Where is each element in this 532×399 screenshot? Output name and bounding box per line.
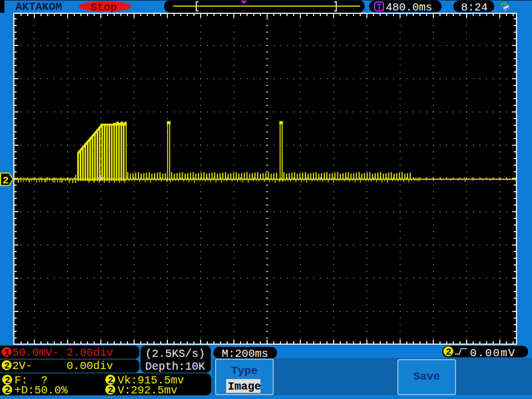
svg-text:2: 2 — [3, 175, 9, 187]
